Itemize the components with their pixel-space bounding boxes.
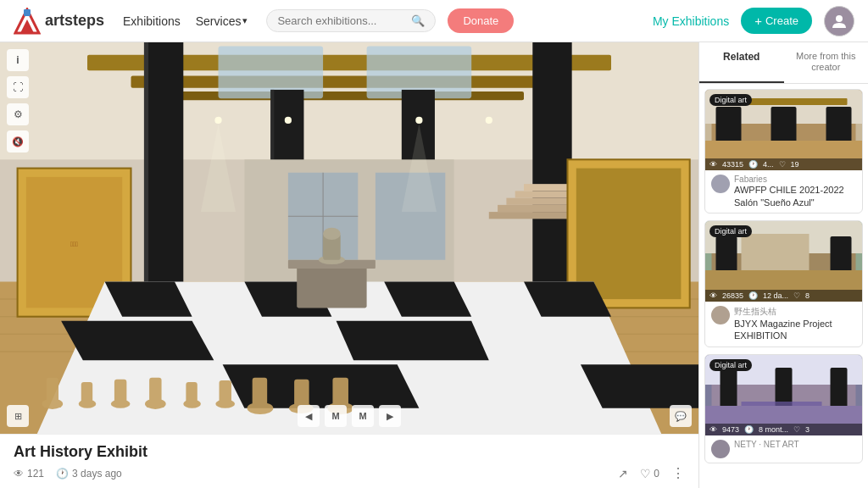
svg-rect-56	[332, 378, 348, 408]
card-1-stats: 👁43315 🕐4... ♡19	[705, 158, 862, 170]
card-1-body: Fabaries AWPFP CHILE 2021-2022 Salón "Su…	[705, 170, 862, 213]
svg-rect-61	[297, 264, 366, 308]
card-2-thumb: Digital art 👁26835 🕐12 da... ♡8	[705, 221, 862, 302]
card-1-views: 43315	[722, 160, 743, 169]
svg-point-58	[285, 117, 292, 124]
sidebar-tabs: Related More from this creator	[699, 42, 868, 84]
search-icon-button[interactable]: 🔍	[411, 14, 425, 27]
viewer-controls-left: i ⛶ ⚙ 🔇	[7, 49, 29, 152]
donate-button[interactable]: Donate	[448, 8, 514, 33]
nav-links: Exhibitions Services ▾	[116, 11, 254, 31]
svg-rect-40	[47, 378, 58, 404]
nav-services[interactable]: Services ▾	[189, 11, 255, 31]
chat-button[interactable]: 💬	[670, 405, 692, 427]
card-3-duration: 8 mont...	[759, 425, 788, 434]
card-2-likes: 8	[805, 291, 810, 300]
prev-button[interactable]: ◀	[298, 405, 320, 427]
svg-rect-87	[831, 368, 848, 410]
like-button[interactable]: ♡ 0	[640, 467, 659, 480]
svg-rect-46	[149, 378, 161, 404]
map-button[interactable]: ⊞	[7, 405, 29, 427]
exhibition-panel: 𓂀𓆑𓃀	[0, 42, 698, 488]
mute-button[interactable]: 🔇	[7, 130, 29, 152]
svg-rect-44	[114, 380, 126, 404]
user-icon	[831, 13, 848, 30]
viewer-controls-bottom: ◀ M M ▶	[298, 405, 401, 427]
svg-point-65	[323, 228, 341, 240]
svg-rect-85	[721, 368, 737, 410]
tab-related[interactable]: Related	[699, 42, 784, 83]
card-2-body: 野生指头桔 BJYX Magazine Project EXHIBITION	[705, 302, 862, 347]
marker-button-2[interactable]: M	[352, 405, 374, 427]
sidebar-card-1[interactable]: Digital art 👁43315 🕐4... ♡19 Fabaries AW…	[704, 89, 863, 214]
marker-button-1[interactable]: M	[325, 405, 347, 427]
logo-text: artsteps	[45, 12, 104, 30]
exhibition-info: Art History Exhibit 👁 121 🕐 3 days ago ↗…	[0, 434, 698, 488]
sidebar-card-2[interactable]: Digital art 👁26835 🕐12 da... ♡8 野生指头桔 BJ…	[704, 220, 863, 347]
viewer-controls-bottomleft: ⊞	[7, 405, 29, 427]
gallery-scene: 𓂀𓆑𓃀	[0, 42, 698, 434]
view-count: 121	[27, 468, 44, 480]
card-3-likes: 3	[805, 425, 810, 434]
svg-rect-50	[220, 380, 231, 404]
exhibition-title: Art History Exhibit	[14, 443, 685, 461]
svg-rect-7	[131, 75, 568, 87]
search-input[interactable]	[277, 14, 411, 27]
svg-point-60	[486, 117, 492, 124]
info-button[interactable]: i	[7, 49, 29, 71]
header: artsteps Exhibitions Services ▾ 🔍 Donate…	[0, 0, 868, 42]
svg-rect-48	[186, 382, 197, 404]
share-icon: ↗	[618, 467, 628, 480]
eye-icon: 👁	[14, 468, 24, 480]
main-content: 𓂀𓆑𓃀	[0, 42, 868, 488]
logo-icon	[14, 8, 41, 35]
card-1-thumb: Digital art 👁43315 🕐4... ♡19	[705, 90, 862, 170]
viewer-container[interactable]: 𓂀𓆑𓃀	[0, 42, 698, 434]
sidebar-card-3[interactable]: Digital art 👁9473 🕐8 mont... ♡3 NETY · N…	[704, 354, 863, 463]
tab-more-from-creator[interactable]: More from this creator	[784, 42, 869, 83]
card-2-stats: 👁26835 🕐12 da... ♡8	[705, 290, 862, 302]
next-button[interactable]: ▶	[379, 405, 401, 427]
card-1-title: AWPFP CHILE 2021-2022 Salón "Sueño Azul"	[734, 184, 856, 208]
time-ago: 3 days ago	[72, 468, 122, 480]
time-meta: 🕐 3 days ago	[56, 468, 122, 480]
card-1-duration: 4...	[763, 160, 774, 169]
create-plus-icon: +	[754, 14, 762, 28]
fullscreen-button[interactable]: ⛶	[7, 76, 29, 98]
create-button[interactable]: + Create	[741, 8, 812, 34]
share-button[interactable]: ↗	[618, 467, 628, 480]
card-3-views: 9473	[722, 425, 739, 434]
card-3-avatar	[711, 440, 730, 458]
card-1-avatar	[711, 175, 730, 193]
card-1-likes: 19	[791, 160, 799, 169]
avatar-button[interactable]	[824, 6, 854, 36]
settings-button[interactable]: ⚙	[7, 103, 29, 125]
svg-text:𓂀𓆑𓃀: 𓂀𓆑𓃀	[70, 241, 78, 248]
clock-icon: 🕐	[56, 468, 69, 480]
svg-point-59	[415, 117, 422, 124]
sidebar-cards: Digital art 👁43315 🕐4... ♡19 Fabaries AW…	[699, 84, 868, 488]
card-3-stats: 👁9473 🕐8 mont... ♡3	[705, 424, 862, 435]
svg-rect-2	[24, 9, 31, 16]
svg-rect-79	[831, 236, 852, 274]
logo[interactable]: artsteps	[14, 8, 104, 35]
svg-rect-77	[716, 236, 737, 274]
card-3-badge: Digital art	[709, 359, 752, 371]
card-2-views: 26835	[722, 291, 743, 300]
search-container: 🔍	[266, 9, 436, 32]
card-2-creator: 野生指头桔	[734, 306, 856, 318]
more-options-button[interactable]: ⋮	[671, 465, 685, 481]
svg-point-57	[214, 117, 221, 124]
card-3-body: NETY · NET ART	[705, 435, 862, 463]
dropdown-icon: ▾	[242, 15, 248, 26]
exhibition-meta-bar: 👁 121 🕐 3 days ago ↗ ♡ 0 ⋮	[14, 465, 685, 481]
card-2-avatar	[711, 306, 730, 324]
nav-exhibitions[interactable]: Exhibitions	[116, 11, 187, 31]
create-label: Create	[765, 14, 798, 27]
card-3-creator: NETY · NET ART	[734, 440, 856, 449]
svg-rect-52	[253, 378, 268, 408]
card-2-badge: Digital art	[709, 225, 752, 237]
card-2-title: BJYX Magazine Project EXHIBITION	[734, 318, 856, 342]
my-exhibitions-link[interactable]: My Exhibitions	[653, 14, 729, 28]
sidebar: Related More from this creator	[698, 42, 868, 488]
